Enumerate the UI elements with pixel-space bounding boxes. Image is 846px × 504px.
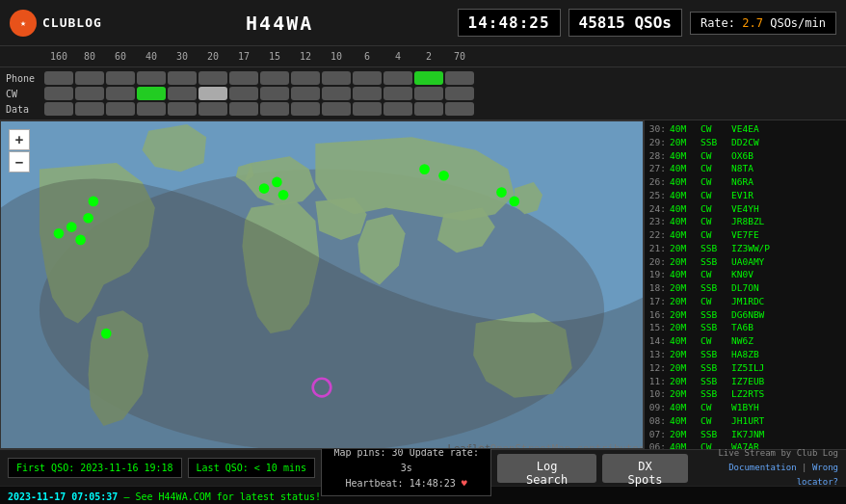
- log-row: 12:20MSSBIZ5ILJ: [648, 361, 842, 375]
- zoom-out-button[interactable]: −: [9, 151, 30, 172]
- band-10: 10: [322, 51, 351, 62]
- log-callsign: IK7JNM: [731, 428, 764, 441]
- band-60: 60: [106, 51, 135, 62]
- logo-text: CLUBLOG: [42, 15, 102, 30]
- svg-point-2: [66, 222, 77, 232]
- log-num: 16:: [648, 308, 666, 322]
- log-callsign: TA6B: [731, 321, 753, 334]
- log-callsign: N8TA: [731, 162, 753, 175]
- log-row: 08:40MCWJH1URT: [648, 414, 842, 428]
- log-band: 20M: [670, 428, 697, 441]
- data-17: [229, 102, 258, 116]
- svg-point-4: [75, 235, 86, 246]
- log-band: 20M: [670, 375, 697, 388]
- band-160: 160: [44, 51, 73, 62]
- band-70: 70: [445, 51, 474, 62]
- log-entries: 30:40MCWVE4EA29:20MSSBDD2CW28:40MCWOX6B2…: [648, 122, 842, 449]
- data-row: Data: [6, 102, 840, 116]
- log-row: 18:20MSSBDL7ON: [648, 281, 842, 295]
- log-band: 20M: [670, 295, 697, 308]
- phone-label: Phone: [6, 73, 42, 84]
- log-num: 30:: [648, 122, 666, 136]
- log-row: 22:40MCWVE7FE: [648, 228, 842, 242]
- cw-60: [106, 87, 135, 100]
- cw-6: [353, 87, 382, 100]
- log-callsign: EV1R: [731, 189, 753, 202]
- log-band: 40M: [670, 334, 697, 348]
- map-pins-text: Map pins: 30 Update rate: 3s: [331, 445, 481, 476]
- log-band: 40M: [670, 175, 697, 189]
- svg-point-3: [83, 213, 93, 224]
- phone-4: [383, 71, 412, 85]
- cw-30: [168, 87, 197, 100]
- data-80: [75, 102, 104, 116]
- data-70: [445, 102, 474, 116]
- log-row: 16:20MSSBDG6NBW: [648, 308, 842, 322]
- log-mode: CW: [701, 295, 727, 308]
- data-10: [322, 102, 351, 116]
- log-num: 12:: [648, 361, 666, 375]
- log-callsign: NW6Z: [731, 334, 753, 348]
- log-num: 29:: [648, 136, 666, 149]
- log-num: 18:: [648, 281, 666, 295]
- data-6: [353, 102, 382, 116]
- log-mode: SSB: [701, 361, 727, 375]
- map-container[interactable]: + −: [0, 120, 644, 449]
- log-row: 20:20MSSBUA0AMY: [648, 255, 842, 269]
- log-row: 23:40MCWJR8BZL: [648, 215, 842, 228]
- log-band: 40M: [670, 189, 697, 202]
- zoom-in-button[interactable]: +: [9, 129, 30, 150]
- svg-point-12: [419, 164, 430, 174]
- phone-10: [322, 71, 351, 85]
- log-mode: CW: [701, 215, 727, 228]
- log-num: 13:: [648, 348, 666, 361]
- log-row: 30:40MCWVE4EA: [648, 122, 842, 136]
- log-band: 20M: [670, 361, 697, 375]
- data-160: [44, 102, 73, 116]
- log-band: 20M: [670, 387, 697, 401]
- dx-spots-button[interactable]: DX Spots: [602, 454, 688, 483]
- log-callsign: LZ2RTS: [731, 387, 764, 401]
- svg-text:| © OpenStreetMap contributors: | © OpenStreetMap contributors: [465, 442, 643, 448]
- log-num: 25:: [648, 189, 666, 202]
- log-num: 24:: [648, 202, 666, 216]
- log-band: 20M: [670, 136, 697, 149]
- mode-rows: Phone CW Data: [0, 67, 846, 120]
- cw-40: [137, 87, 166, 100]
- log-row: 10:20MSSBLZ2RTS: [648, 387, 842, 401]
- log-band: 40M: [670, 401, 697, 414]
- phone-12: [291, 71, 320, 85]
- log-panel: 30:40MCWVE4EA29:20MSSBDD2CW28:40MCWOX6B2…: [644, 120, 846, 449]
- cw-12: [291, 87, 320, 100]
- last-qso-value: < 10 mins: [254, 463, 306, 473]
- log-num: 14:: [648, 334, 666, 348]
- log-band: 20M: [670, 255, 697, 269]
- log-band: 40M: [670, 228, 697, 242]
- log-mode: SSB: [701, 281, 727, 295]
- band-2: 2: [414, 51, 443, 62]
- band-6: 6: [353, 51, 382, 62]
- log-num: 22:: [648, 228, 666, 242]
- log-num: 10:: [648, 387, 666, 401]
- heartbeat-time: 14:48:23: [410, 478, 456, 489]
- cw-80: [75, 87, 104, 100]
- log-band: 40M: [670, 162, 697, 175]
- log-band: 40M: [670, 202, 697, 216]
- heartbeat-icon: ♥: [462, 478, 467, 489]
- log-band: 40M: [670, 215, 697, 228]
- log-mode: SSB: [701, 255, 727, 269]
- phone-row: Phone: [6, 71, 840, 85]
- band-4: 4: [383, 51, 412, 62]
- cw-15: [260, 87, 289, 100]
- last-qso-info: Last QSO: < 10 mins: [188, 458, 315, 478]
- log-search-button[interactable]: Log Search: [497, 454, 596, 483]
- log-mode: CW: [701, 175, 727, 189]
- log-callsign: VE4EA: [731, 122, 759, 136]
- log-mode: SSB: [701, 242, 727, 255]
- band-20: 20: [198, 51, 227, 62]
- log-mode: SSB: [701, 321, 727, 334]
- data-40: [137, 102, 166, 116]
- log-row: 13:20MSSBHA8ZB: [648, 348, 842, 361]
- documentation-link[interactable]: Documentation: [728, 463, 796, 472]
- log-mode: CW: [701, 228, 727, 242]
